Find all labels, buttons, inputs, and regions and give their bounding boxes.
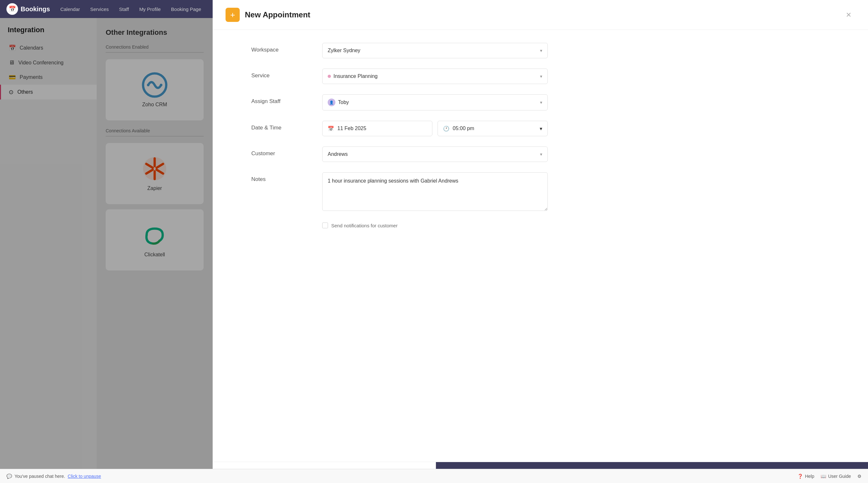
customer-chevron-icon: ▾ — [540, 152, 542, 157]
assign-staff-control: 👤 Toby ▾ — [322, 94, 548, 110]
date-picker[interactable]: 📅 11 Feb 2025 — [322, 121, 432, 136]
user-guide-button[interactable]: 📖 User Guide — [820, 474, 851, 479]
status-bar-left: 💬 You've paused chat here. Click to unpa… — [6, 474, 101, 479]
user-guide-label: User Guide — [828, 474, 851, 479]
date-time-label: Date & Time — [251, 121, 316, 131]
notes-row: Notes 1 hour insurance planning sessions… — [251, 172, 829, 212]
chat-icon: 💬 — [6, 474, 12, 479]
clock-icon: 🕐 — [443, 126, 450, 132]
nav-staff[interactable]: Staff — [119, 6, 129, 12]
notification-checkbox[interactable] — [322, 223, 328, 228]
chat-paused-text: You've paused chat here. — [14, 474, 65, 479]
time-picker[interactable]: 🕐 05:00 pm ▾ — [438, 121, 548, 136]
staff-avatar: 👤 — [328, 99, 335, 106]
assign-staff-label: Assign Staff — [251, 94, 316, 105]
customer-select[interactable]: Andrews ▾ — [322, 147, 548, 162]
workspace-select[interactable]: Zylker Sydney ▾ — [322, 43, 548, 58]
date-value: 11 Feb 2025 — [337, 126, 366, 131]
notification-checkbox-row: Send notifications for customer — [322, 223, 548, 228]
service-label: Service — [251, 69, 316, 79]
status-bar-right: ❓ Help 📖 User Guide ⚙ — [798, 474, 862, 479]
nav-my-profile[interactable]: My Profile — [139, 6, 161, 12]
customer-control: Andrews ▾ — [322, 147, 548, 162]
settings-icon: ⚙ — [857, 474, 862, 479]
date-time-control: 📅 11 Feb 2025 🕐 05:00 pm ▾ — [322, 121, 548, 136]
nav-booking-page[interactable]: Booking Page — [171, 6, 201, 12]
calendar-icon: 📅 — [328, 126, 334, 132]
nav-services[interactable]: Services — [90, 6, 109, 12]
notification-label: Send notifications for customer — [331, 223, 398, 228]
new-appointment-modal: + New Appointment × Workspace Zylker Syd… — [213, 0, 868, 483]
click-to-unpause-link[interactable]: Click to unpause — [68, 474, 101, 479]
notes-label: Notes — [251, 172, 316, 183]
time-chevron-icon: ▾ — [540, 126, 542, 132]
user-guide-icon: 📖 — [820, 474, 826, 479]
modal-body: Workspace Zylker Sydney ▾ Service Insura… — [213, 30, 868, 462]
workspace-label: Workspace — [251, 43, 316, 53]
service-control: Insurance Planning ▾ — [322, 69, 548, 84]
logo-icon: 📅 — [6, 3, 18, 15]
status-bar: 💬 You've paused chat here. Click to unpa… — [0, 469, 868, 483]
close-button[interactable]: × — [842, 8, 855, 21]
datetime-row: 📅 11 Feb 2025 🕐 05:00 pm ▾ — [322, 121, 548, 136]
workspace-control: Zylker Sydney ▾ — [322, 43, 548, 58]
modal-header-icon: + — [225, 8, 240, 22]
help-icon: ❓ — [798, 474, 803, 479]
modal-header: + New Appointment × — [213, 0, 868, 30]
service-select[interactable]: Insurance Planning ▾ — [322, 69, 548, 84]
topnav: 📅 Bookings Calendar Services Staff My Pr… — [0, 0, 213, 18]
assign-staff-row: Assign Staff 👤 Toby ▾ — [251, 94, 829, 110]
staff-value: Toby — [338, 99, 349, 105]
date-time-row: Date & Time 📅 11 Feb 2025 🕐 05:00 pm ▾ — [251, 121, 829, 136]
time-value: 05:00 pm — [453, 126, 474, 131]
app-logo[interactable]: 📅 Bookings — [6, 3, 50, 15]
service-row: Service Insurance Planning ▾ — [251, 69, 829, 84]
assign-staff-select[interactable]: 👤 Toby ▾ — [322, 94, 548, 110]
customer-row: Customer Andrews ▾ — [251, 147, 829, 162]
service-dot-icon — [328, 75, 331, 78]
workspace-row: Workspace Zylker Sydney ▾ — [251, 43, 829, 58]
modal-title: New Appointment — [245, 10, 842, 19]
plus-icon: + — [230, 11, 235, 19]
customer-value: Andrews — [328, 151, 348, 157]
settings-button[interactable]: ⚙ — [857, 474, 862, 479]
logo-text: Bookings — [21, 5, 50, 13]
help-label: Help — [805, 474, 814, 479]
chevron-down-icon: ▾ — [540, 48, 542, 53]
nav-calendar[interactable]: Calendar — [60, 6, 80, 12]
staff-chevron-icon: ▾ — [540, 100, 542, 105]
notes-textarea[interactable]: 1 hour insurance planning sessions with … — [322, 172, 548, 211]
notes-control: 1 hour insurance planning sessions with … — [322, 172, 548, 212]
help-button[interactable]: ❓ Help — [798, 474, 814, 479]
service-value: Insurance Planning — [334, 73, 378, 79]
workspace-value: Zylker Sydney — [328, 47, 360, 54]
modal-overlay — [0, 18, 213, 483]
customer-label: Customer — [251, 147, 316, 157]
service-chevron-icon: ▾ — [540, 74, 542, 79]
